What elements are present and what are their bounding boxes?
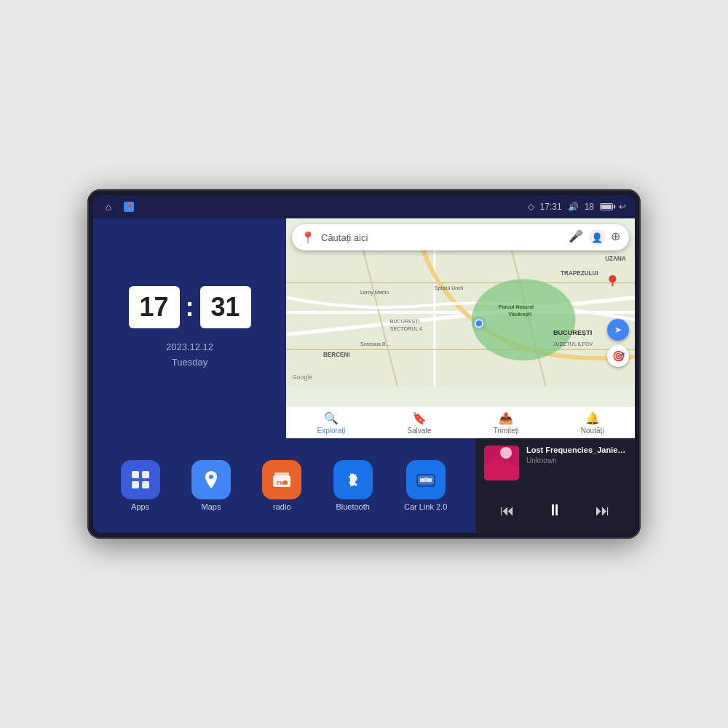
status-left: ⌂ 📍 bbox=[102, 200, 135, 213]
map-search-icons: 🎤 👤 ⊕ bbox=[569, 229, 620, 245]
app-item-bluetooth[interactable]: Bluetooth bbox=[333, 460, 373, 511]
status-bar: ⌂ 📍 ◇ 17:31 🔊 18 ↩ bbox=[93, 195, 635, 218]
maps-icon bbox=[191, 460, 231, 499]
music-controls: ⏮ ⏸ ⏭ bbox=[484, 492, 626, 526]
music-info: Lost Frequencies_Janieck Devy-... Unknow… bbox=[526, 446, 626, 464]
maps-svg-icon bbox=[199, 468, 223, 491]
music-title: Lost Frequencies_Janieck Devy-... bbox=[526, 446, 626, 454]
app-item-maps[interactable]: Maps bbox=[191, 460, 231, 511]
music-top: Lost Frequencies_Janieck Devy-... Unknow… bbox=[484, 446, 626, 480]
layers-icon[interactable]: ⊕ bbox=[611, 229, 620, 245]
svg-text:UZANA: UZANA bbox=[605, 256, 626, 262]
signal-strength: 18 bbox=[585, 202, 594, 212]
svg-rect-28 bbox=[132, 471, 139, 478]
svg-text:JUDEȚUL ILFOV: JUDEȚUL ILFOV bbox=[553, 341, 593, 347]
play-pause-button[interactable]: ⏸ bbox=[541, 498, 569, 523]
svg-text:BUCUREȘTI: BUCUREȘTI bbox=[390, 319, 420, 325]
map-panel[interactable]: 📍 Căutați aici 🎤 👤 ⊕ bbox=[286, 218, 635, 438]
maps-label: Maps bbox=[202, 502, 221, 511]
home-icon[interactable]: ⌂ bbox=[102, 200, 115, 213]
bluetooth-label: Bluetooth bbox=[336, 502, 369, 511]
next-button[interactable]: ⏭ bbox=[590, 499, 616, 522]
map-nav-saved[interactable]: 🔖 Salvate bbox=[407, 411, 431, 435]
map-search-bar[interactable]: 📍 Căutați aici 🎤 👤 ⊕ bbox=[292, 224, 629, 250]
app-item-radio[interactable]: FM radio bbox=[262, 460, 301, 511]
news-label: Noutăți bbox=[581, 427, 604, 435]
apps-svg-icon bbox=[129, 468, 152, 491]
send-label: Trimiteți bbox=[494, 427, 519, 435]
map-search-text[interactable]: Căutați aici bbox=[321, 232, 563, 243]
app-item-carlink[interactable]: Car Link 2.0 bbox=[404, 460, 447, 511]
clock-minute: 31 bbox=[200, 286, 251, 328]
clock-date-value: 2023.12.12 bbox=[166, 340, 213, 355]
volume-icon: 🔊 bbox=[568, 202, 579, 212]
map-location-button[interactable]: 🎯 bbox=[607, 345, 629, 367]
app-item-apps[interactable]: Apps bbox=[121, 460, 160, 511]
saved-icon: 🔖 bbox=[412, 411, 427, 425]
clock-panel: 17 : 31 2023.12.12 Tuesday bbox=[93, 218, 286, 438]
svg-point-32 bbox=[209, 475, 213, 479]
mic-icon[interactable]: 🎤 bbox=[569, 229, 583, 245]
svg-point-36 bbox=[283, 480, 288, 485]
map-navigate-button[interactable]: ➤ bbox=[607, 319, 629, 341]
bottom-section: Apps Maps bbox=[93, 438, 635, 533]
music-player: Lost Frequencies_Janieck Devy-... Unknow… bbox=[475, 438, 635, 533]
radio-label: radio bbox=[273, 502, 290, 511]
location-icon: ◇ bbox=[528, 202, 534, 212]
top-section: 17 : 31 2023.12.12 Tuesday 📍 Căutați aic… bbox=[93, 218, 635, 438]
bluetooth-icon bbox=[333, 460, 373, 499]
svg-text:Leroy Merlin: Leroy Merlin bbox=[360, 290, 389, 296]
music-artist: Unknown bbox=[526, 456, 626, 464]
battery-indicator bbox=[600, 203, 613, 210]
clock-display: 17 : 31 bbox=[129, 286, 251, 328]
back-icon[interactable]: ↩ bbox=[619, 202, 626, 212]
explore-icon: 🔍 bbox=[324, 411, 339, 425]
radio-icon: FM bbox=[262, 460, 301, 499]
svg-text:Google: Google bbox=[292, 374, 313, 381]
send-icon: 📤 bbox=[499, 411, 513, 425]
map-pin-icon: 📍 bbox=[301, 231, 315, 245]
map-nav-send[interactable]: 📤 Trimiteți bbox=[494, 411, 519, 435]
carlink-svg-icon bbox=[414, 468, 438, 491]
svg-text:BUCUREȘTI: BUCUREȘTI bbox=[553, 329, 592, 336]
apps-label: Apps bbox=[131, 502, 149, 511]
apps-bar: Apps Maps bbox=[93, 438, 475, 533]
map-nav-news[interactable]: 🔔 Noutăți bbox=[581, 411, 604, 435]
maps-nav-icon[interactable]: 📍 bbox=[122, 200, 135, 213]
car-display-device: ⌂ 📍 ◇ 17:31 🔊 18 ↩ bbox=[87, 189, 641, 539]
main-area: 17 : 31 2023.12.12 Tuesday 📍 Căutați aic… bbox=[93, 218, 635, 533]
account-icon[interactable]: 👤 bbox=[589, 229, 605, 245]
svg-text:TRAPEZULUI: TRAPEZULUI bbox=[561, 270, 598, 277]
svg-point-26 bbox=[472, 316, 486, 331]
news-icon: 🔔 bbox=[585, 411, 600, 425]
svg-rect-29 bbox=[142, 471, 149, 478]
svg-text:BERCENI: BERCENI bbox=[323, 352, 350, 358]
svg-text:Șoseaua B...: Șoseaua B... bbox=[360, 341, 390, 347]
svg-point-50 bbox=[500, 447, 512, 459]
device-screen: ⌂ 📍 ◇ 17:31 🔊 18 ↩ bbox=[93, 195, 635, 533]
battery-icon bbox=[600, 203, 613, 210]
carlink-label: Car Link 2.0 bbox=[404, 502, 447, 511]
clock-hour: 17 bbox=[129, 286, 180, 328]
svg-text:FM: FM bbox=[277, 480, 284, 486]
status-right: ◇ 17:31 🔊 18 ↩ bbox=[528, 202, 626, 212]
svg-rect-31 bbox=[142, 481, 149, 488]
svg-point-10 bbox=[472, 279, 576, 360]
saved-label: Salvate bbox=[407, 427, 431, 435]
svg-text:SECTORUL 4: SECTORUL 4 bbox=[390, 326, 422, 332]
carlink-icon bbox=[406, 460, 446, 499]
svg-rect-48 bbox=[424, 478, 428, 482]
svg-text:Parcul Natural: Parcul Natural bbox=[499, 304, 534, 310]
album-art bbox=[484, 446, 519, 480]
clock-date: 2023.12.12 Tuesday bbox=[166, 340, 213, 371]
explore-label: Explorați bbox=[317, 427, 345, 435]
svg-text:📍: 📍 bbox=[125, 202, 134, 211]
map-bottom-bar: 🔍 Explorați 🔖 Salvate 📤 Trimiteți � bbox=[286, 406, 635, 438]
map-nav-explore[interactable]: 🔍 Explorați bbox=[317, 411, 345, 435]
radio-svg-icon: FM bbox=[270, 468, 293, 491]
svg-text:Văcărești: Văcărești bbox=[508, 312, 531, 317]
prev-button[interactable]: ⏮ bbox=[494, 499, 521, 522]
bluetooth-svg-icon bbox=[341, 468, 365, 491]
svg-rect-34 bbox=[274, 472, 289, 475]
status-time: 17:31 bbox=[540, 202, 562, 212]
